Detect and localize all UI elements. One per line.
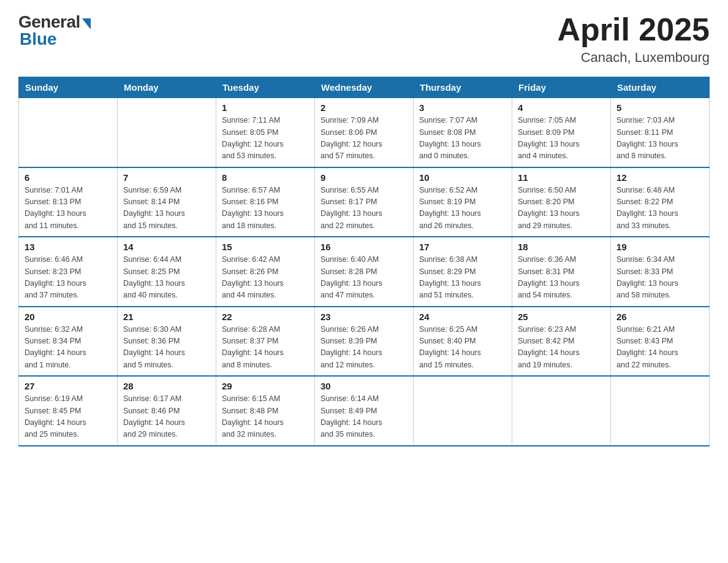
day-number: 29: [222, 381, 309, 391]
day-number: 26: [616, 312, 703, 322]
table-row: 21Sunrise: 6:30 AM Sunset: 8:36 PM Dayli…: [118, 307, 216, 377]
day-info: Sunrise: 7:03 AM Sunset: 8:11 PM Dayligh…: [616, 115, 703, 163]
day-number: 4: [518, 102, 605, 113]
table-row: 30Sunrise: 6:14 AM Sunset: 8:49 PM Dayli…: [315, 376, 414, 446]
calendar-location: Canach, Luxembourg: [557, 50, 710, 66]
day-info: Sunrise: 6:14 AM Sunset: 8:49 PM Dayligh…: [320, 393, 408, 441]
calendar-week-row: 1Sunrise: 7:11 AM Sunset: 8:05 PM Daylig…: [19, 98, 710, 167]
day-info: Sunrise: 6:28 AM Sunset: 8:37 PM Dayligh…: [222, 324, 309, 372]
day-number: 8: [222, 172, 309, 183]
table-row: 20Sunrise: 6:32 AM Sunset: 8:34 PM Dayli…: [19, 307, 118, 377]
col-friday: Friday: [512, 77, 611, 98]
day-number: 28: [123, 381, 210, 391]
day-number: 30: [320, 381, 408, 391]
table-row: 8Sunrise: 6:57 AM Sunset: 8:16 PM Daylig…: [216, 167, 315, 237]
day-number: 18: [518, 242, 605, 252]
table-row: 23Sunrise: 6:26 AM Sunset: 8:39 PM Dayli…: [315, 307, 414, 377]
table-row: 6Sunrise: 7:01 AM Sunset: 8:13 PM Daylig…: [19, 167, 118, 237]
day-info: Sunrise: 6:40 AM Sunset: 8:28 PM Dayligh…: [320, 254, 408, 302]
day-info: Sunrise: 6:57 AM Sunset: 8:16 PM Dayligh…: [222, 185, 309, 232]
day-info: Sunrise: 6:26 AM Sunset: 8:39 PM Dayligh…: [320, 324, 408, 372]
table-row: 26Sunrise: 6:21 AM Sunset: 8:43 PM Dayli…: [611, 307, 710, 377]
day-info: Sunrise: 6:44 AM Sunset: 8:25 PM Dayligh…: [123, 254, 210, 302]
table-row: 27Sunrise: 6:19 AM Sunset: 8:45 PM Dayli…: [19, 376, 118, 446]
day-info: Sunrise: 6:34 AM Sunset: 8:33 PM Dayligh…: [616, 254, 703, 302]
day-info: Sunrise: 6:30 AM Sunset: 8:36 PM Dayligh…: [123, 324, 210, 372]
page-header: General Blue April 2025 Canach, Luxembou…: [18, 12, 710, 66]
day-info: Sunrise: 6:19 AM Sunset: 8:45 PM Dayligh…: [25, 393, 112, 441]
day-info: Sunrise: 7:11 AM Sunset: 8:05 PM Dayligh…: [222, 115, 309, 163]
calendar-title: April 2025: [557, 12, 710, 47]
day-number: 21: [123, 312, 210, 322]
table-row: 7Sunrise: 6:59 AM Sunset: 8:14 PM Daylig…: [118, 167, 216, 237]
calendar-week-row: 13Sunrise: 6:46 AM Sunset: 8:23 PM Dayli…: [19, 237, 710, 307]
day-number: 14: [123, 242, 210, 252]
day-info: Sunrise: 6:23 AM Sunset: 8:42 PM Dayligh…: [518, 324, 605, 372]
day-number: 15: [222, 242, 309, 252]
table-row: 3Sunrise: 7:07 AM Sunset: 8:08 PM Daylig…: [414, 98, 512, 167]
day-number: 16: [320, 242, 408, 252]
day-number: 7: [123, 172, 210, 183]
table-row: 28Sunrise: 6:17 AM Sunset: 8:46 PM Dayli…: [118, 376, 216, 446]
table-row: 25Sunrise: 6:23 AM Sunset: 8:42 PM Dayli…: [512, 307, 611, 377]
col-saturday: Saturday: [611, 77, 710, 98]
day-number: 10: [419, 172, 506, 183]
table-row: 11Sunrise: 6:50 AM Sunset: 8:20 PM Dayli…: [512, 167, 611, 237]
table-row: [414, 376, 512, 446]
col-thursday: Thursday: [414, 77, 512, 98]
day-number: 5: [616, 102, 703, 113]
day-number: 9: [320, 172, 408, 183]
calendar-week-row: 20Sunrise: 6:32 AM Sunset: 8:34 PM Dayli…: [19, 307, 710, 377]
table-row: 18Sunrise: 6:36 AM Sunset: 8:31 PM Dayli…: [512, 237, 611, 307]
day-info: Sunrise: 6:55 AM Sunset: 8:17 PM Dayligh…: [320, 185, 408, 232]
day-number: 6: [25, 172, 112, 183]
day-number: 23: [320, 312, 408, 322]
table-row: 19Sunrise: 6:34 AM Sunset: 8:33 PM Dayli…: [611, 237, 710, 307]
logo: General Blue: [18, 12, 91, 49]
table-row: 1Sunrise: 7:11 AM Sunset: 8:05 PM Daylig…: [216, 98, 315, 167]
day-info: Sunrise: 6:59 AM Sunset: 8:14 PM Dayligh…: [123, 185, 210, 232]
title-block: April 2025 Canach, Luxembourg: [557, 12, 710, 66]
col-tuesday: Tuesday: [216, 77, 315, 98]
table-row: 29Sunrise: 6:15 AM Sunset: 8:48 PM Dayli…: [216, 376, 315, 446]
day-number: 12: [616, 172, 703, 183]
day-info: Sunrise: 6:25 AM Sunset: 8:40 PM Dayligh…: [419, 324, 506, 372]
col-wednesday: Wednesday: [315, 77, 414, 98]
day-info: Sunrise: 7:05 AM Sunset: 8:09 PM Dayligh…: [518, 115, 605, 163]
table-row: 13Sunrise: 6:46 AM Sunset: 8:23 PM Dayli…: [19, 237, 118, 307]
col-sunday: Sunday: [19, 77, 118, 98]
table-row: 15Sunrise: 6:42 AM Sunset: 8:26 PM Dayli…: [216, 237, 315, 307]
table-row: [512, 376, 611, 446]
day-info: Sunrise: 7:09 AM Sunset: 8:06 PM Dayligh…: [320, 115, 408, 163]
day-info: Sunrise: 6:42 AM Sunset: 8:26 PM Dayligh…: [222, 254, 309, 302]
calendar-week-row: 27Sunrise: 6:19 AM Sunset: 8:45 PM Dayli…: [19, 376, 710, 446]
day-info: Sunrise: 6:52 AM Sunset: 8:19 PM Dayligh…: [419, 185, 506, 232]
table-row: 12Sunrise: 6:48 AM Sunset: 8:22 PM Dayli…: [611, 167, 710, 237]
day-info: Sunrise: 6:21 AM Sunset: 8:43 PM Dayligh…: [616, 324, 703, 372]
table-row: 17Sunrise: 6:38 AM Sunset: 8:29 PM Dayli…: [414, 237, 512, 307]
logo-arrow-icon: [82, 18, 91, 29]
day-info: Sunrise: 6:46 AM Sunset: 8:23 PM Dayligh…: [25, 254, 112, 302]
table-row: 16Sunrise: 6:40 AM Sunset: 8:28 PM Dayli…: [315, 237, 414, 307]
table-row: 22Sunrise: 6:28 AM Sunset: 8:37 PM Dayli…: [216, 307, 315, 377]
day-number: 20: [25, 312, 112, 322]
table-row: 10Sunrise: 6:52 AM Sunset: 8:19 PM Dayli…: [414, 167, 512, 237]
calendar-week-row: 6Sunrise: 7:01 AM Sunset: 8:13 PM Daylig…: [19, 167, 710, 237]
day-number: 22: [222, 312, 309, 322]
day-number: 11: [518, 172, 605, 183]
day-number: 1: [222, 102, 309, 113]
day-number: 19: [616, 242, 703, 252]
day-number: 13: [25, 242, 112, 252]
table-row: 14Sunrise: 6:44 AM Sunset: 8:25 PM Dayli…: [118, 237, 216, 307]
table-row: [611, 376, 710, 446]
day-info: Sunrise: 6:50 AM Sunset: 8:20 PM Dayligh…: [518, 185, 605, 232]
table-row: 5Sunrise: 7:03 AM Sunset: 8:11 PM Daylig…: [611, 98, 710, 167]
table-row: 24Sunrise: 6:25 AM Sunset: 8:40 PM Dayli…: [414, 307, 512, 377]
table-row: [19, 98, 118, 167]
day-number: 2: [320, 102, 408, 113]
day-info: Sunrise: 7:07 AM Sunset: 8:08 PM Dayligh…: [419, 115, 506, 163]
logo-blue-text: Blue: [20, 29, 57, 49]
day-number: 24: [419, 312, 506, 322]
table-row: 4Sunrise: 7:05 AM Sunset: 8:09 PM Daylig…: [512, 98, 611, 167]
day-info: Sunrise: 6:15 AM Sunset: 8:48 PM Dayligh…: [222, 393, 309, 441]
